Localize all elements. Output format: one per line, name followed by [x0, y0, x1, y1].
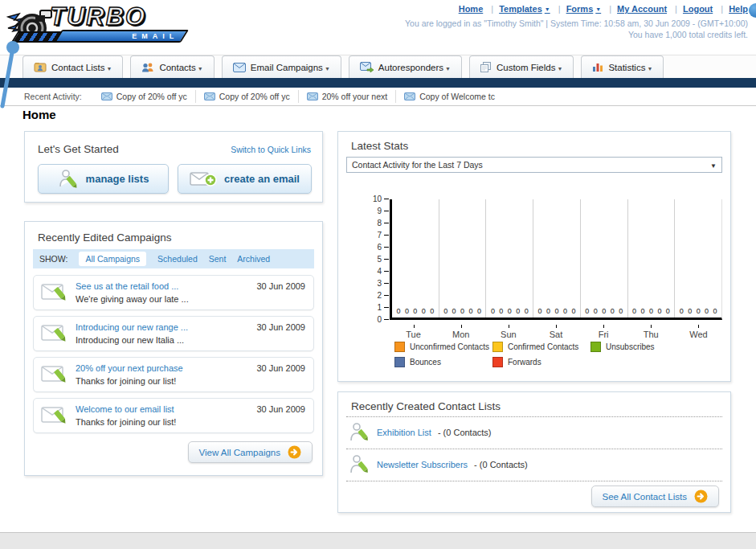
recent-activity-item[interactable]: Copy of 20% off yc: [195, 90, 298, 103]
chart-value-label: 0: [705, 307, 709, 315]
envelope-pencil-icon: [41, 281, 70, 305]
envelope-icon: [233, 63, 246, 72]
activity-item-label: Copy of 20% off yc: [219, 92, 290, 101]
chart-value-label: 0: [508, 307, 512, 315]
chart-x-label: Thu: [627, 325, 675, 339]
nav-link-my-account[interactable]: My Account: [617, 4, 667, 14]
chart-value-label: 0: [443, 307, 447, 315]
tab-contacts[interactable]: Contacts: [130, 55, 214, 78]
get-started-title: Let's Get Started: [38, 143, 119, 155]
campaign-date: 30 Jun 2009: [256, 404, 305, 414]
chart-y-tick: 1: [377, 303, 389, 312]
manage-lists-button[interactable]: manage lists: [38, 164, 169, 194]
chart-value-label: 0: [413, 307, 417, 315]
contact-list-item: Newsletter Subscribers - (0 Contacts): [349, 452, 528, 477]
nav-link-templates[interactable]: Templates: [499, 4, 550, 14]
tab-email-campaigns[interactable]: Email Campaigns: [222, 55, 341, 78]
turbo-email-logo[interactable]: TURBO EMAIL: [5, 2, 194, 49]
chart-value-label: 0: [713, 307, 717, 315]
chart-value-label: 0: [396, 307, 400, 315]
chart-value-label: 0: [571, 307, 575, 315]
campaign-row: Introducing our new range ... Introducin…: [33, 316, 314, 351]
legend-item: Bounces: [394, 357, 492, 367]
view-all-campaigns-button[interactable]: View All Campaigns: [188, 441, 313, 463]
chart-y-tick: 4: [377, 267, 389, 276]
chart-value-label: 0: [460, 307, 464, 315]
chart-y-tick: 7: [377, 231, 389, 240]
recent-activity-label: Recent Activity:: [24, 92, 82, 101]
login-info: You are logged in as "Timothy Smith" | S…: [405, 18, 748, 40]
latest-stats-title: Latest Stats: [351, 140, 408, 152]
filter-scheduled[interactable]: Scheduled: [157, 254, 198, 264]
contact-list-link[interactable]: Exhibition List: [377, 428, 431, 437]
tab-statistics[interactable]: Statistics: [581, 55, 664, 78]
chart-value-label: 0: [688, 307, 692, 315]
manage-lists-label: manage lists: [86, 173, 149, 185]
chart-value-label: 0: [619, 307, 623, 315]
chart-value-label: 0: [430, 307, 434, 315]
envelope-icon: [307, 92, 318, 100]
campaign-date: 30 Jun 2009: [256, 281, 305, 291]
chart-value-label: 0: [538, 307, 542, 315]
contact-list-link[interactable]: Newsletter Subscribers: [377, 460, 468, 469]
tab-custom-fields[interactable]: Custom Fields: [469, 55, 574, 78]
envelope-icon: [204, 92, 215, 100]
campaign-date: 30 Jun 2009: [256, 363, 305, 373]
chart-value-label: 0: [680, 307, 684, 315]
chart-day-group: 00000: [486, 199, 533, 318]
filter-archived[interactable]: Archived: [237, 254, 270, 264]
logo-email-bar: EMAIL: [54, 30, 189, 43]
chart-value-label: 0: [632, 307, 636, 315]
chart-legend: Unconfirmed ContactsConfirmed ContactsUn…: [394, 342, 708, 372]
recent-activity-item[interactable]: 20% off your next: [298, 90, 396, 103]
header: TURBO EMAIL Home Templates Forms My Acco…: [0, 0, 756, 53]
chart-plot-groups: 00000000000000000000000000000000000: [390, 199, 722, 320]
stats-period-select[interactable]: Contact Activity for the Last 7 Days: [346, 157, 722, 173]
recent-activity-item[interactable]: Copy of Welcome tc: [395, 90, 503, 103]
chart-x-label: Fri: [580, 325, 627, 339]
legend-item: Unsubscribes: [590, 342, 689, 352]
nav-link-home[interactable]: Home: [459, 4, 484, 14]
filter-all-campaigns[interactable]: All Campaigns: [79, 252, 146, 266]
legend-swatch: [590, 342, 601, 352]
chart-value-label: 0: [697, 307, 701, 315]
recent-activity-bar: Recent Activity: Copy of 20% off yc Copy…: [0, 88, 756, 106]
legend-swatch: [394, 342, 405, 352]
campaign-row: See us at the retail food ... We're givi…: [33, 275, 314, 310]
chart-x-label: Sat: [532, 325, 579, 339]
chart-value-label: 0: [657, 307, 661, 315]
nav-item-my-account: My Account: [603, 4, 667, 14]
filter-sent[interactable]: Sent: [209, 254, 227, 264]
chart-value-label: 0: [452, 307, 456, 315]
chart-y-tick: 5: [377, 255, 389, 264]
chart-day-group: 00000: [675, 199, 721, 318]
tab-contact-lists[interactable]: Contact Lists: [22, 55, 123, 78]
campaign-title-link[interactable]: Welcome to our email list: [76, 404, 174, 414]
folder-contact-icon: [34, 62, 47, 72]
campaign-title-link[interactable]: Introducing our new range ...: [76, 322, 188, 332]
recent-contact-lists-panel: Recently Created Contact Lists Exhibitio…: [337, 391, 731, 513]
tab-autoresponders[interactable]: Autoresponders: [349, 55, 462, 78]
help-bubble-icon[interactable]: [749, 3, 756, 18]
dotted-divider: [346, 416, 722, 417]
activity-item-label: Copy of 20% off yc: [116, 92, 187, 101]
see-all-contact-lists-button[interactable]: See All Contact Lists: [591, 485, 719, 507]
chart-x-label: Tue: [390, 325, 437, 339]
campaign-title-link[interactable]: See us at the retail food ...: [76, 281, 178, 291]
chart-value-label: 0: [649, 307, 653, 315]
chart-value-label: 0: [405, 307, 409, 315]
switch-quick-links-link[interactable]: Switch to Quick Links: [231, 145, 311, 154]
page: TURBO EMAIL Home Templates Forms My Acco…: [0, 0, 756, 533]
pin-decoration: [0, 37, 24, 117]
campaign-row: 20% off your next purchase Thanks for jo…: [33, 357, 314, 392]
get-started-panel: Let's Get Started Switch to Quick Links …: [24, 131, 323, 203]
create-email-button[interactable]: create an email: [178, 164, 312, 194]
chart-y-tick: 3: [377, 279, 389, 288]
contact-list-count: - (0 Contacts): [474, 460, 528, 469]
recent-activity-item[interactable]: Copy of 20% off yc: [93, 90, 195, 103]
chart-y-tick: 9: [377, 207, 389, 215]
nav-link-forms[interactable]: Forms: [566, 4, 602, 14]
campaign-title-link[interactable]: 20% off your next purchase: [76, 363, 183, 373]
nav-link-help[interactable]: Help: [729, 4, 748, 14]
nav-link-logout[interactable]: Logout: [683, 4, 713, 14]
